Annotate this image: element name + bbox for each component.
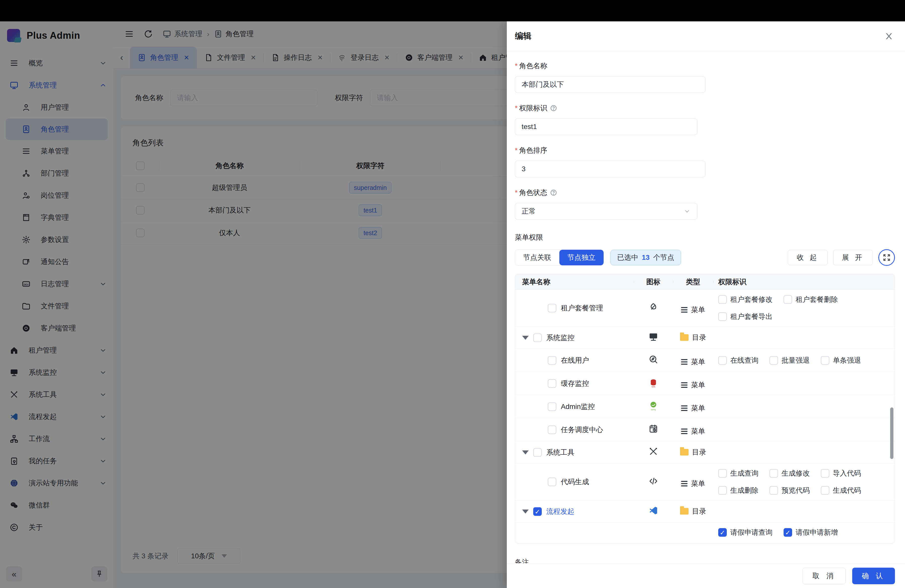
- perm-key-input[interactable]: test1: [515, 118, 697, 135]
- form-item-role-name: 角色名称 本部门及以下: [515, 61, 705, 93]
- node-label[interactable]: 任务调度中心: [561, 425, 603, 435]
- node-label[interactable]: 系统工具: [546, 448, 575, 457]
- node-checkbox[interactable]: [548, 379, 556, 388]
- node-checkbox[interactable]: [533, 334, 542, 342]
- drawer-footer: 取 消 确 认: [507, 563, 905, 588]
- perm-checkbox[interactable]: [718, 528, 727, 537]
- segment-节点独立[interactable]: 节点独立: [559, 250, 603, 265]
- node-type-label: 菜单: [691, 380, 705, 390]
- node-label[interactable]: 在线用户: [561, 356, 589, 365]
- perm-生成删除: 生成删除: [718, 486, 759, 495]
- svg-text:redis: redis: [651, 386, 656, 388]
- form-item-role-sort: 角色排序 3: [515, 146, 705, 177]
- node-label[interactable]: 系统监控: [546, 333, 575, 343]
- perm-checkbox[interactable]: [718, 295, 727, 304]
- node-mode-segmented: 节点关联节点独立: [515, 250, 604, 265]
- perm-单条强退: 单条强退: [821, 356, 861, 365]
- tree-column-图标: 图标: [634, 277, 673, 287]
- role-sort-input[interactable]: 3: [515, 161, 705, 177]
- role-status-select[interactable]: 正常: [515, 203, 697, 219]
- perm-checkbox[interactable]: [821, 486, 829, 495]
- edit-drawer: 编辑 角色名称 本部门及以下 权限标识 test1 角色排序 3 角色状态: [507, 21, 905, 588]
- tree-row-在线用户: 在线用户 菜单 在线查询 批量强退 单条强退: [515, 349, 895, 372]
- perm-checkbox[interactable]: [718, 356, 727, 365]
- svg-text:spring: spring: [651, 409, 656, 411]
- segment-节点关联[interactable]: 节点关联: [515, 250, 559, 265]
- perm-label: 租户套餐修改: [730, 295, 773, 304]
- caret-down-icon[interactable]: [522, 510, 529, 513]
- perm-导入代码: 导入代码: [821, 469, 861, 478]
- perm-checkbox[interactable]: [784, 528, 792, 537]
- fullscreen-button[interactable]: [878, 249, 895, 266]
- modal-overlay[interactable]: [0, 21, 507, 588]
- question-circle-icon: [550, 104, 557, 112]
- menu-type-icon: [681, 481, 687, 482]
- spring-icon: spring: [648, 400, 658, 411]
- perm-label: 在线查询: [730, 356, 759, 365]
- tree-row-租户套餐管理: 租户套餐管理 菜单 租户套餐修改 租户套餐删除 租户套餐导出: [515, 290, 895, 327]
- tree-column-权限标识: 权限标识: [713, 277, 895, 287]
- tree-row-代码生成: 代码生成 菜单 生成查询 生成修改 导入代码 生成删除 预览代码: [515, 464, 895, 501]
- caret-down-icon[interactable]: [522, 336, 529, 340]
- node-checkbox[interactable]: [533, 507, 542, 516]
- node-type: 菜单: [681, 380, 705, 390]
- role-name-label: 角色名称: [515, 61, 547, 71]
- node-label[interactable]: 租户套餐管理: [561, 303, 603, 313]
- node-checkbox[interactable]: [548, 478, 556, 486]
- cancel-button[interactable]: 取 消: [802, 567, 846, 584]
- perm-预览代码: 预览代码: [770, 486, 810, 495]
- question-circle-icon: [550, 189, 557, 196]
- menu-type-icon: [681, 405, 687, 407]
- chevron-down-icon: [684, 208, 691, 215]
- expand-all-button[interactable]: 展 开: [833, 250, 873, 265]
- perm-label: 租户套餐导出: [730, 312, 773, 321]
- node-checkbox[interactable]: [533, 448, 542, 457]
- node-label[interactable]: Admin监控: [561, 402, 595, 412]
- node-checkbox[interactable]: [548, 304, 556, 312]
- perm-租户套餐导出: 租户套餐导出: [718, 312, 773, 321]
- node-checkbox[interactable]: [548, 356, 556, 365]
- perm-label: 单条强退: [833, 356, 861, 365]
- node-checkbox[interactable]: [548, 426, 556, 434]
- perm-label: 请假申请新增: [795, 528, 838, 537]
- perm-批量强退: 批量强退: [770, 356, 810, 365]
- perm-checkbox[interactable]: [784, 295, 792, 304]
- perm-checkbox[interactable]: [821, 469, 829, 478]
- menu-perm-title: 菜单权限: [515, 233, 895, 242]
- folder-icon: [680, 508, 689, 515]
- tree-column-菜单名称: 菜单名称: [515, 277, 634, 287]
- vscode-icon: [648, 505, 658, 516]
- node-label[interactable]: 缓存监控: [561, 379, 589, 388]
- role-name-input[interactable]: 本部门及以下: [515, 76, 705, 93]
- perm-label: 租户套餐删除: [795, 295, 838, 304]
- selected-prefix: 已选中: [617, 253, 638, 262]
- tree-scrollbar[interactable]: [890, 407, 894, 459]
- node-type: 目录: [680, 447, 706, 457]
- node-type: 目录: [680, 507, 706, 516]
- drawer-body: 角色名称 本部门及以下 权限标识 test1 角色排序 3 角色状态: [507, 51, 905, 563]
- perm-checkbox[interactable]: [718, 469, 727, 478]
- perm-checkbox[interactable]: [770, 486, 778, 495]
- menu-tree-panel: 菜单名称图标类型权限标识 租户套餐管理 菜单 租户套餐修改 租户套餐删除 租户套…: [515, 274, 895, 544]
- perm-checkbox[interactable]: [821, 356, 829, 365]
- node-label[interactable]: 流程发起: [546, 507, 575, 516]
- perm-checkbox[interactable]: [718, 312, 727, 321]
- perm-checkbox[interactable]: [718, 486, 727, 495]
- node-type: 菜单: [681, 357, 705, 367]
- close-icon[interactable]: [884, 31, 894, 41]
- folder-icon: [680, 449, 689, 456]
- redis-icon: redis: [648, 378, 658, 388]
- menu-type-icon: [681, 359, 687, 360]
- perm-checkbox[interactable]: [770, 356, 778, 365]
- drawer-title: 编辑: [515, 30, 532, 42]
- collapse-all-button[interactable]: 收 起: [788, 250, 827, 265]
- confirm-button[interactable]: 确 认: [852, 567, 895, 584]
- node-type: 菜单: [681, 404, 705, 413]
- perm-label: 批量强退: [781, 356, 810, 365]
- perm-checkbox[interactable]: [770, 469, 778, 478]
- node-label[interactable]: 代码生成: [561, 477, 589, 487]
- caret-down-icon[interactable]: [522, 450, 529, 455]
- node-checkbox[interactable]: [548, 402, 556, 411]
- role-sort-label: 角色排序: [515, 146, 547, 155]
- tree-row-任务调度中心: 任务调度中心 菜单: [515, 418, 895, 441]
